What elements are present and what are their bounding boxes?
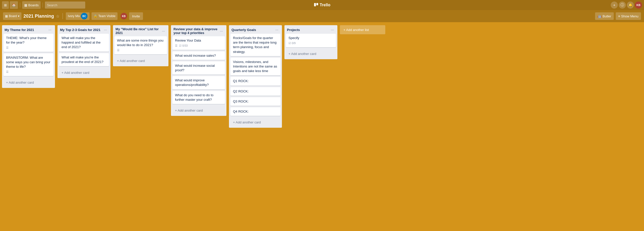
header-divider xyxy=(63,13,63,19)
home-btn[interactable]: ⊞ xyxy=(2,1,9,9)
add-card-btn[interactable]: + Add another card xyxy=(230,119,280,126)
card[interactable]: Q4 ROCK: xyxy=(230,107,280,116)
team-visible-btn[interactable]: 🔒 Team Visible xyxy=(92,12,118,20)
list-menu-btn[interactable]: ··· xyxy=(330,27,335,32)
boards-icon: ▦ xyxy=(24,3,27,7)
header-right: 🤖 Butler ≡ Show Menu xyxy=(595,12,641,20)
show-menu-btn[interactable]: ≡ Show Menu xyxy=(616,12,641,20)
list-cards: THEME: What's your theme for the year?☰B… xyxy=(2,34,55,78)
list-menu-btn[interactable]: ··· xyxy=(161,28,166,34)
add-card-area: + Add another card xyxy=(284,49,337,59)
add-card-area: + Add another card xyxy=(113,56,168,66)
trello-logo-text: Trello xyxy=(320,3,331,7)
list-list6: Projects···Specify☑ 0/9+ Add another car… xyxy=(284,25,337,59)
notifications-btn[interactable]: 🔔 xyxy=(627,2,634,9)
trello-logo: Trello xyxy=(314,3,331,8)
list-cards: What will make you the happiest and fulf… xyxy=(57,34,110,68)
add-card-btn[interactable]: + Add another card xyxy=(286,50,336,57)
list-header: My Top 2-3 Goals for 2021··· xyxy=(57,25,110,34)
card-text: Q4 ROCK: xyxy=(233,109,278,114)
card[interactable]: What are some more things you would like… xyxy=(114,36,167,54)
list-list2: My Top 2-3 Goals for 2021···What will ma… xyxy=(57,25,110,78)
dropdown-icon: ▾ xyxy=(18,14,19,18)
add-card-area: + Add another card xyxy=(171,106,226,116)
card-text: Specify xyxy=(288,36,333,40)
list-menu-btn[interactable]: ··· xyxy=(47,27,52,32)
user-avatar[interactable]: KB xyxy=(635,2,642,9)
board-content: My Theme for 2021···THEME: What's your t… xyxy=(0,22,644,231)
board-header: ▦ Board ▾ 2021 Planning ☆ Ivory Mix BC 🔒… xyxy=(0,10,644,22)
nav-separator xyxy=(20,3,20,8)
card-text: What do you need to do to further master… xyxy=(175,93,222,102)
checklist-badge: ☑ 0/33 xyxy=(179,44,188,48)
card[interactable]: Q1 ROCK: xyxy=(230,77,280,85)
list-list5: Quarterly Goals···Rocks/Goals for the qu… xyxy=(229,25,282,128)
search-input[interactable] xyxy=(45,2,85,9)
list-title: My Top 2-3 Goals for 2021 xyxy=(60,28,103,32)
add-card-btn[interactable]: + Add another card xyxy=(114,57,167,64)
card-text: Rocks/Goals for the quarter are the item… xyxy=(233,36,278,54)
card[interactable]: Rocks/Goals for the quarter are the item… xyxy=(230,34,280,56)
card-text: What would increase sales? xyxy=(175,53,222,58)
home-link[interactable]: 🏠 xyxy=(10,1,18,9)
card-text: Review Your Data xyxy=(175,38,222,43)
desc-icon: ☰ xyxy=(117,48,120,52)
card[interactable]: What would increase sales? xyxy=(172,51,225,60)
list-menu-btn[interactable]: ··· xyxy=(274,27,279,32)
card[interactable]: BRAINSTORM: What are some ways you can b… xyxy=(4,53,53,76)
list-cards: Review Your Data☰☑ 0/33What would increa… xyxy=(171,36,226,106)
card-text: Q1 ROCK: xyxy=(233,79,278,83)
card[interactable]: What do you need to do to further master… xyxy=(172,91,225,104)
card-text: Visions, milestones, and Intentions are … xyxy=(233,60,278,74)
card[interactable]: Q3 ROCK: xyxy=(230,97,280,106)
list-list4: Review your data & improve your top 4 pr… xyxy=(171,25,226,116)
list-menu-btn[interactable]: ··· xyxy=(219,28,224,34)
list-list1: My Theme for 2021···THEME: What's your t… xyxy=(2,25,55,88)
desc-icon: ☰ xyxy=(6,46,9,50)
card-text: What are some more things you would like… xyxy=(117,38,164,47)
workspace-avatar: BC xyxy=(81,13,87,19)
activity-btn[interactable]: ⓘ xyxy=(619,2,626,9)
invite-btn[interactable]: Invite xyxy=(129,12,143,20)
add-btn[interactable]: + xyxy=(611,2,618,9)
home-icon: ⊞ xyxy=(4,3,7,7)
nav-separator-2 xyxy=(43,3,43,8)
card[interactable]: What will make you the happiest and fulf… xyxy=(59,34,109,52)
add-list-btn[interactable]: + Add another list xyxy=(340,25,385,34)
card[interactable]: THEME: What's your theme for the year?☰ xyxy=(4,34,53,52)
list-title: Review your data & improve your top 4 pr… xyxy=(173,27,219,35)
list-menu-btn[interactable]: ··· xyxy=(103,27,108,32)
list-title: My "Would Be nice" List for 2021 xyxy=(115,27,161,35)
desc-icon: ☰ xyxy=(6,70,9,74)
svg-rect-0 xyxy=(314,3,316,6)
star-btn[interactable]: ☆ xyxy=(56,14,60,19)
robot-icon: 🤖 xyxy=(598,14,602,18)
list-header: My Theme for 2021··· xyxy=(2,25,55,34)
nav-right: + ⓘ 🔔 KB xyxy=(611,2,642,9)
card[interactable]: Q2 ROCK: xyxy=(230,87,280,96)
card[interactable]: What would improve operations/profitabil… xyxy=(172,76,225,89)
svg-rect-1 xyxy=(316,3,318,5)
butler-btn[interactable]: 🤖 Butler xyxy=(595,12,614,20)
card-text: What would increase social proof? xyxy=(175,63,222,73)
board-menu-btn[interactable]: ▦ Board ▾ xyxy=(3,12,21,20)
add-card-btn[interactable]: + Add another card xyxy=(172,107,225,114)
card[interactable]: What will make you're the proudest at th… xyxy=(59,53,109,66)
boards-btn[interactable]: ▦ Boards xyxy=(22,1,41,9)
add-card-btn[interactable]: + Add another card xyxy=(59,69,109,76)
board-user-avatar[interactable]: KB xyxy=(121,13,127,19)
card-meta: ☰☑ 0/33 xyxy=(175,44,222,48)
card[interactable]: Visions, milestones, and Intentions are … xyxy=(230,58,280,76)
list-header: Quarterly Goals··· xyxy=(229,25,282,34)
workspace-badge[interactable]: Ivory Mix BC xyxy=(66,12,90,20)
card[interactable]: What would increase social proof? xyxy=(172,61,225,75)
card-text: Q3 ROCK: xyxy=(233,99,278,104)
card-text: THEME: What's your theme for the year? xyxy=(6,36,51,45)
list-title: Quarterly Goals xyxy=(231,28,274,32)
card-text: BRAINSTORM: What are some ways you can b… xyxy=(6,55,51,69)
card[interactable]: Review Your Data☰☑ 0/33 xyxy=(172,36,225,50)
add-card-area: + Add another card xyxy=(2,78,55,88)
list-cards: What are some more things you would like… xyxy=(113,36,168,56)
card[interactable]: Specify☑ 0/9 xyxy=(286,34,336,47)
add-card-btn[interactable]: + Add another card xyxy=(4,79,53,86)
